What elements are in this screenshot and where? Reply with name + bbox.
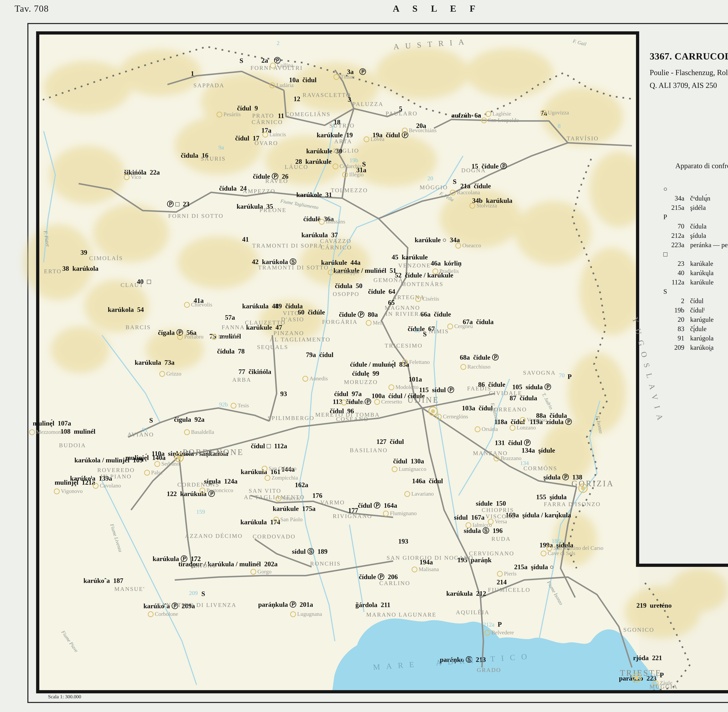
legend-row: 20karúgule xyxy=(663,316,728,324)
place-name: Chievolis xyxy=(191,301,212,308)
dialect-point-label: ćídulę 99 xyxy=(352,369,379,377)
dialect-point-label: čídul □ 112a xyxy=(251,442,287,450)
survey-point-marker xyxy=(159,371,165,377)
dialect-point-label: 66a čídule xyxy=(420,310,451,318)
place-name: Cergneu xyxy=(454,323,473,329)
place-name: Racchiuso xyxy=(468,363,490,370)
dialect-point-label: ćídul 97a xyxy=(334,390,362,398)
survey-point-marker xyxy=(333,163,338,169)
survey-point-marker xyxy=(485,111,491,117)
dialect-point-label: 101a xyxy=(408,375,422,383)
dialect-point-label: 2a xyxy=(261,56,268,64)
place-name: RAVASCLETTO xyxy=(303,92,351,98)
place-name: Aonedis xyxy=(309,375,328,382)
place-name: Illégio xyxy=(349,171,364,178)
place-name: FORNI DI SOTTO xyxy=(168,212,223,219)
place-name: VARMO xyxy=(320,499,345,506)
dialect-point-label: S xyxy=(240,57,243,65)
place-name: FANNA xyxy=(222,324,245,331)
dialect-point-label: mulinįę́l 140a xyxy=(125,454,166,461)
legend-row: □ xyxy=(663,250,728,259)
survey-point-marker xyxy=(250,569,256,575)
dialect-point-label: 68a čídule Ⓟ xyxy=(460,353,499,362)
place-name: GEMONA xyxy=(373,277,404,283)
place-name: CHIONS xyxy=(191,562,216,569)
place-name: Gorgo xyxy=(257,568,271,575)
dialect-point-label: ǧárdola 211 xyxy=(355,601,391,609)
legend-point-number: 40 xyxy=(664,269,684,277)
route-number-label: 2 xyxy=(277,40,280,46)
city-marker xyxy=(428,406,438,416)
place-name: Collina xyxy=(277,62,293,68)
dialect-point-label: karúkula 73a xyxy=(135,359,175,366)
place-name: Lonzano xyxy=(516,424,536,431)
map-border-left xyxy=(36,31,39,693)
survey-point-marker xyxy=(450,190,456,196)
survey-point-marker xyxy=(270,63,276,68)
place-name: FARRA D'ISONZO xyxy=(544,501,601,507)
dialect-point-label: 38 karúkola xyxy=(62,265,98,272)
place-name: Ciconicco xyxy=(348,399,370,405)
place-name: San Martino del Carso xyxy=(553,545,604,551)
place-name: Intissáns xyxy=(326,218,345,225)
survey-point-marker xyxy=(319,219,325,225)
dialect-point-label: Ⓟ □ 23 xyxy=(167,200,189,209)
dialect-point-label: 46a kórliņ xyxy=(431,260,462,267)
dialect-point-label: S xyxy=(201,590,205,598)
legend-row: 40karúkųla xyxy=(663,269,728,278)
place-name: Luincis xyxy=(269,131,286,138)
place-name: Pesáriis xyxy=(223,111,241,117)
dialect-point-label: Ⓟ xyxy=(360,67,366,76)
place-name: VITO xyxy=(283,310,299,316)
dialect-point-label: čídul Ⓟ 164a xyxy=(358,501,397,510)
route-number-label: 8 xyxy=(558,122,561,129)
legend-dialect-word: karúgola xyxy=(690,334,713,342)
survey-point-marker xyxy=(383,510,389,516)
place-name: MUGGIA xyxy=(650,683,678,690)
legend-row: 70čídula xyxy=(663,222,728,231)
survey-point-marker xyxy=(29,429,35,435)
place-name: COMEGLIÁNS xyxy=(285,111,330,117)
place-name: Mels xyxy=(373,319,384,326)
dialect-point-label: karúkole 31 xyxy=(296,191,332,199)
place-name: Belvedere xyxy=(491,629,514,636)
dialect-point-label: sídul 167a xyxy=(454,513,485,521)
place-name: ZUGLIO xyxy=(333,147,359,154)
survey-point-marker xyxy=(273,517,279,522)
place-name: MORUZZO xyxy=(344,378,378,386)
place-name: CAVAZZO xyxy=(320,237,351,245)
place-name: Bevorchiáns xyxy=(409,127,437,134)
place-name: FORGÁRIA xyxy=(322,318,358,325)
survey-point-marker xyxy=(211,334,217,340)
survey-point-marker xyxy=(520,417,525,423)
survey-point-marker xyxy=(184,429,190,435)
place-name: NÍMIS xyxy=(429,328,449,335)
dialect-point-label: sídul Ⓢ 189 xyxy=(292,547,327,556)
place-name: CERVIGNANO xyxy=(469,550,514,557)
place-name: Cisériis xyxy=(422,295,439,302)
legend-row: P xyxy=(663,213,728,222)
legend-point-number: 215a xyxy=(664,204,684,211)
place-name: TARVÍSIO xyxy=(567,135,599,142)
place-name: Lavariano xyxy=(411,491,434,497)
dialect-point-label: karúkoˆa 187 xyxy=(83,577,123,584)
route-number-label: 209 xyxy=(189,590,198,596)
place-name: AL TAGLIAMENTO xyxy=(270,336,330,343)
place-name: ERTO xyxy=(44,268,62,275)
survey-point-marker xyxy=(510,425,515,431)
place-name: Grizzo xyxy=(166,371,181,377)
survey-point-marker xyxy=(231,403,237,409)
legend-point-number: 83 xyxy=(664,325,684,333)
dialect-point-label: karúkula 212 xyxy=(446,590,486,597)
dialect-point-label: P xyxy=(498,620,502,628)
legend-row: 212aşídula xyxy=(663,232,728,240)
legend-dialect-word: čį́dule xyxy=(690,325,706,333)
place-name: Oseacco xyxy=(462,242,481,249)
route-number-label: 223a xyxy=(647,672,658,679)
place-name: San Odorico xyxy=(269,465,296,472)
dialect-point-label: čídule 64 xyxy=(368,288,395,295)
place-name: PAULARO xyxy=(386,110,417,117)
place-name: Malisana xyxy=(419,566,439,573)
place-name: Stolvizza xyxy=(476,202,497,209)
place-name: Cerneglóns xyxy=(443,413,468,420)
